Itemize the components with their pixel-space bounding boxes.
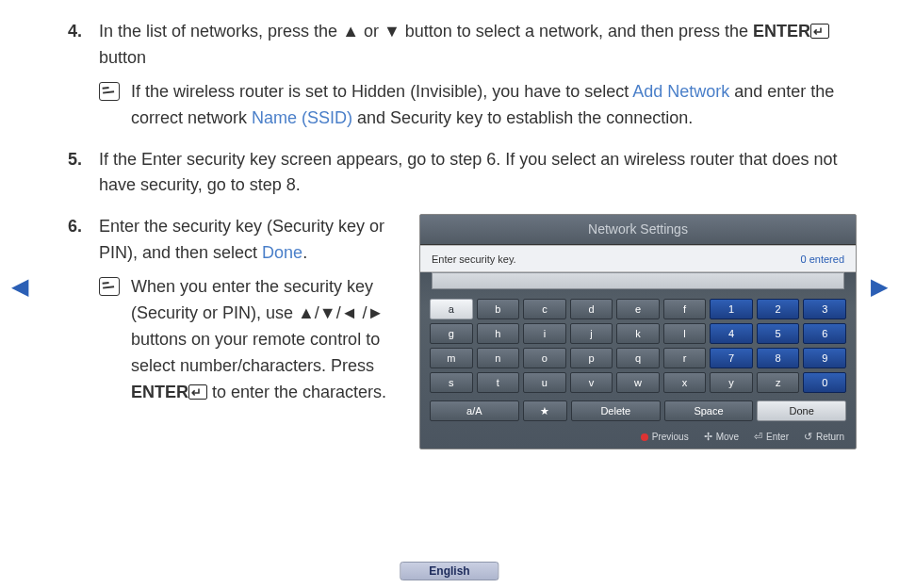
prev-page-arrow[interactable]: ◀ [11, 273, 28, 300]
step6-text: Enter the security key (Security key or … [99, 217, 384, 262]
enter-icon [810, 24, 829, 39]
key-7[interactable]: 7 [710, 348, 753, 368]
key-r[interactable]: r [663, 348, 707, 368]
key-5[interactable]: 5 [757, 323, 800, 344]
enter-hint-icon: ⏎ [754, 429, 762, 445]
key-z[interactable]: z [757, 372, 800, 393]
next-page-arrow[interactable]: ▶ [871, 273, 888, 300]
up-arrow-icon: ▲ [342, 22, 359, 41]
move-icon: ✢ [704, 429, 712, 445]
key-q[interactable]: q [616, 348, 660, 368]
key-d[interactable]: d [570, 299, 613, 319]
step-number-5: 5. [42, 147, 99, 200]
key-c[interactable]: c [523, 299, 566, 319]
key-h[interactable]: h [477, 323, 520, 344]
key-s[interactable]: s [430, 372, 473, 393]
key-delete[interactable]: Delete [571, 400, 661, 421]
key-k[interactable]: k [616, 323, 660, 344]
note-icon [99, 82, 120, 101]
key-1[interactable]: 1 [710, 299, 753, 319]
keyboard-entered-count: 0 entered [801, 252, 844, 268]
step4-note: If the wireless router is set to Hidden … [131, 79, 857, 132]
security-key-field[interactable] [432, 272, 844, 289]
key-e[interactable]: e [616, 299, 660, 319]
key-v[interactable]: v [570, 372, 613, 393]
enter-icon [188, 384, 207, 400]
key-t[interactable]: t [477, 372, 520, 393]
key-8[interactable]: 8 [757, 348, 800, 368]
key-u[interactable]: u [523, 372, 566, 393]
key-w[interactable]: w [616, 372, 660, 393]
key-2[interactable]: 2 [757, 299, 800, 319]
key-m[interactable]: m [430, 348, 473, 368]
step-number-4: 4. [42, 19, 99, 132]
done-link: Done [262, 243, 302, 262]
key-p[interactable]: p [570, 348, 613, 368]
hint-enter: ⏎Enter [754, 429, 789, 445]
key-done[interactable]: Done [757, 400, 846, 421]
key-y[interactable]: y [710, 372, 753, 393]
key-6[interactable]: 6 [803, 323, 846, 344]
key-b[interactable]: b [477, 299, 520, 319]
red-dot-icon [641, 433, 648, 441]
network-settings-keyboard: Network Settings Enter security key. 0 e… [419, 214, 857, 449]
step-number-6: 6. [42, 214, 99, 449]
key-0[interactable]: 0 [803, 372, 846, 393]
hint-previous: Previous [641, 430, 689, 445]
key-a[interactable]: a [430, 299, 473, 319]
key-i[interactable]: i [523, 323, 566, 344]
name-ssid-link: Name (SSID) [252, 108, 352, 127]
key-3[interactable]: 3 [803, 299, 846, 319]
hint-move: ✢Move [704, 429, 739, 445]
key-n[interactable]: n [477, 348, 520, 368]
key-case-toggle[interactable]: a/A [430, 400, 519, 421]
key-o[interactable]: o [523, 348, 566, 368]
key-g[interactable]: g [430, 323, 473, 344]
hint-return: ↺Return [804, 429, 844, 445]
step5-text: If the Enter security key screen appears… [99, 147, 857, 200]
return-icon: ↺ [804, 429, 812, 445]
key-j[interactable]: j [570, 323, 613, 344]
key-4[interactable]: 4 [710, 323, 753, 344]
key-x[interactable]: x [663, 372, 707, 393]
language-badge: English [400, 562, 499, 580]
note-icon [99, 277, 120, 296]
step4-text: In the list of networks, press the ▲ or … [99, 22, 829, 67]
key-star[interactable]: ★ [523, 400, 567, 421]
key-space[interactable]: Space [664, 400, 754, 421]
down-arrow-icon: ▼ [384, 22, 400, 41]
add-network-link: Add Network [632, 82, 729, 101]
step6-note: When you enter the security key (Securit… [131, 274, 400, 405]
key-l[interactable]: l [663, 323, 707, 344]
key-9[interactable]: 9 [803, 348, 846, 368]
key-f[interactable]: f [663, 299, 707, 319]
keyboard-title: Network Settings [420, 215, 856, 245]
keyboard-prompt: Enter security key. [432, 252, 516, 268]
